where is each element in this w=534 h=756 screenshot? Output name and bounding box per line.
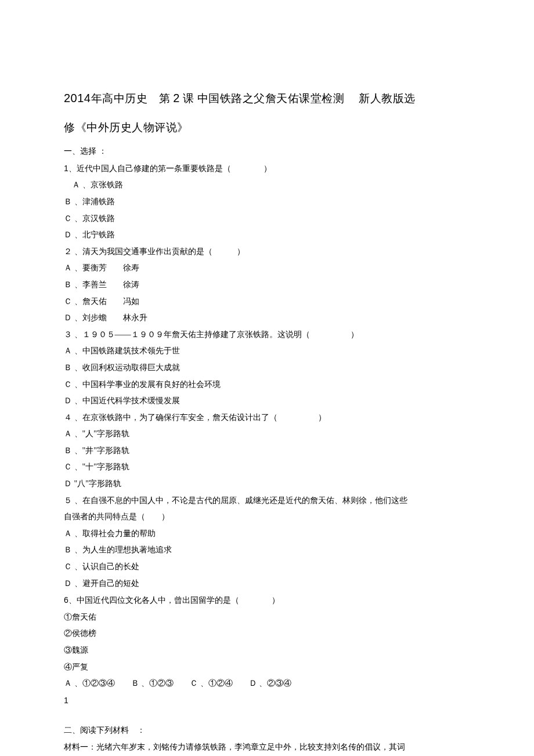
q1-option-a: Ａ 、京张铁路 [64,178,470,193]
q2-option-b: Ｂ 、李善兰 徐涛 [64,277,470,293]
lesson-num: 2 [173,92,180,104]
blank-spacer [64,708,470,722]
q5-option-d: Ｄ 、避开自己的短处 [64,576,470,592]
doc-title-line2: 修《中外历史人物评说》 [64,117,470,138]
q1-option-c: Ｃ 、京汉铁路 [64,211,470,227]
q3-option-d: Ｄ 、中国近代科学技术缓慢发展 [64,393,470,409]
q6-circled-1: ①詹天佑 [64,610,470,625]
section-1-header: 一、选择 ： [64,144,470,160]
q2-option-c: Ｃ 、詹天佑 冯如 [64,294,470,310]
q5-option-a: Ａ 、取得社会力量的帮助 [64,526,470,542]
title-suffix: 课 中国铁路之父詹天佑课堂检测 新人教版选 [180,92,416,104]
q1-text: 、近代中国人自己修建的第一条重要铁路是（ ） [68,164,272,173]
q2-stem: ２ 、清天为我国交通事业作出贡献的是（ ） [64,244,470,260]
section-2-header: 二、阅读下列材料 ： [64,723,470,739]
q3-stem: ３ 、１９０５——１９０９年詹天佑主持修建了京张铁路。这说明（ ） [64,327,470,343]
q1-number: 1 [64,164,68,173]
q3-option-a: Ａ 、中国铁路建筑技术领先于世 [64,343,470,359]
q5-stem-line2: 自强者的共同特点是（ ） [64,509,470,525]
title-mid: 年高中历史 第 [91,92,174,104]
q6-choices: Ａ 、①②③④ Ｂ 、①②③ Ｃ 、①②④ Ｄ 、②③④ [64,676,470,692]
q5-option-b: Ｂ 、为人生的理想执著地追求 [64,542,470,558]
q6-circled-2: ②侯德榜 [64,626,470,642]
q3-option-c: Ｃ 、中国科学事业的发展有良好的社会环境 [64,377,470,393]
q4-option-c: Ｃ 、"十"字形路轨 [64,460,470,475]
q2-option-a: Ａ 、要衡芳 徐寿 [64,261,470,276]
q4-option-d: Ｄ "八"字形路轨 [64,476,470,492]
q6-number: 6 [64,595,68,605]
q1-option-b: Ｂ 、津浦铁路 [64,194,470,210]
q6-circled-4: ④严复 [64,660,470,675]
doc-title-line1: 2014年高中历史 第 2 课 中国铁路之父詹天佑课堂检测 新人教版选 [64,87,470,109]
q4-stem: ４ 、在京张铁路中，为了确保行车安全，詹天佑设计出了（ ） [64,410,470,426]
year-2014: 2014 [64,92,91,104]
q2-option-d: Ｄ 、刘步蟾 林永升 [64,310,470,326]
q3-option-b: Ｂ 、收回利权运动取得巨大成就 [64,360,470,376]
q5-option-c: Ｃ 、认识自己的长处 [64,559,470,575]
q6-stem: 6、中国近代四位文化各人中，曾出国留学的是（ ） [64,592,470,609]
page-number: 1 [64,693,470,708]
q1-stem: 1、近代中国人自己修建的第一条重要铁路是（ ） [64,161,470,177]
material-1-line1: 材料一：光绪六年岁末，刘铭传力请修筑铁路，李鸿章立足中外，比较支持刘名传的倡议，… [64,740,470,755]
q5-stem-line1: ５ 、在自强不息的中国人中，不论是古代的屈原、戚继光还是近代的詹天佑、林则徐，他… [64,493,470,509]
q4-option-a: Ａ 、"人"字形路轨 [64,426,470,442]
q6-text: 、中国近代四位文化各人中，曾出国留学的是（ ） [68,596,280,605]
q4-option-b: Ｂ 、"井"字形路轨 [64,443,470,459]
q6-circled-3: ③魏源 [64,643,470,659]
q1-option-d: Ｄ 、北宁铁路 [64,227,470,243]
